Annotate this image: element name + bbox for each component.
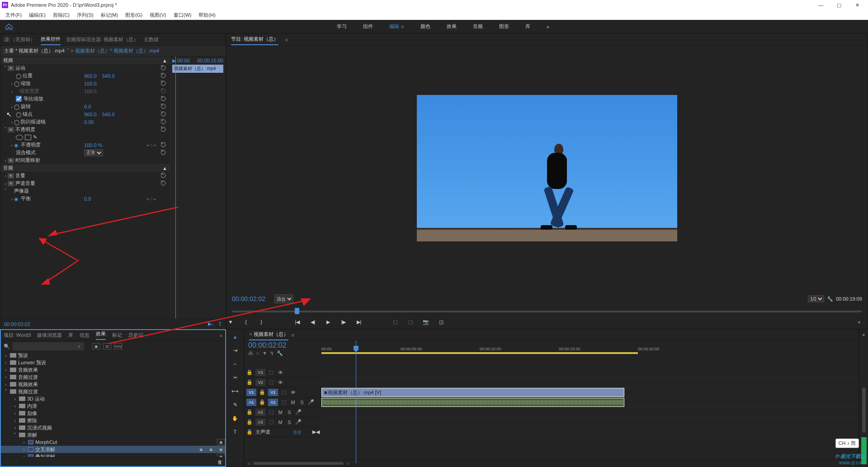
timeline-tab[interactable]: ×视频素材（总） bbox=[249, 329, 288, 340]
pen-tool[interactable]: ✎ bbox=[231, 400, 240, 409]
keyframe-nav[interactable]: ◂ ◇ ▸ bbox=[146, 143, 156, 147]
tab-audio-mixer[interactable]: 音频剪辑混合器: 视频素材（总） bbox=[66, 34, 138, 45]
timeline-timecode[interactable]: 00:00:02:02 bbox=[248, 341, 318, 349]
tab-media-browser[interactable]: 媒体浏览器 bbox=[37, 332, 62, 339]
fx-icon[interactable]: fx bbox=[8, 158, 14, 163]
tree-row[interactable]: ›Lumetri 预设 bbox=[1, 359, 225, 366]
tree-row[interactable]: ›预设 bbox=[1, 352, 225, 359]
stopwatch-icon[interactable]: ◯ bbox=[16, 73, 21, 79]
reset-icon[interactable] bbox=[160, 104, 167, 110]
mask-rect-icon[interactable] bbox=[25, 135, 31, 140]
program-monitor-view[interactable] bbox=[226, 46, 868, 291]
ec-sequence-clip[interactable]: 视频素材（总）* 视频素材（总）.mp4 bbox=[75, 47, 159, 54]
reset-icon[interactable] bbox=[160, 142, 167, 148]
ws-audio[interactable]: 音频 bbox=[465, 20, 491, 33]
fx-icon[interactable]: fx bbox=[8, 66, 14, 71]
tree-row[interactable]: ›擦除 bbox=[1, 417, 225, 424]
master-val[interactable]: 0.0 bbox=[294, 429, 301, 435]
fx-icon[interactable]: fx bbox=[8, 173, 14, 179]
effects-tree[interactable]: ›预设›Lumetri 预设›音频效果›音频过渡›视频效果˅视频过渡›3D 运动… bbox=[1, 352, 225, 457]
ec-uniform-checkbox[interactable] bbox=[16, 96, 22, 102]
panel-overflow[interactable]: » bbox=[220, 333, 222, 338]
type-tool[interactable]: T bbox=[231, 427, 240, 436]
menu-file[interactable]: 文件(F) bbox=[2, 11, 25, 19]
ws-effects[interactable]: 效果 bbox=[439, 20, 465, 33]
tree-row[interactable]: ›音频效果 bbox=[1, 366, 225, 373]
stopwatch-icon[interactable]: ◯ bbox=[16, 112, 21, 117]
menu-sequence[interactable]: 序列(S) bbox=[73, 11, 97, 19]
mute-icon[interactable]: M bbox=[277, 419, 283, 425]
tab-source[interactable]: 源:（无剪辑） bbox=[4, 34, 35, 45]
ec-rotation-val[interactable]: 0.0 bbox=[84, 104, 91, 109]
ec-anchor-x[interactable]: 960.0 bbox=[84, 112, 97, 117]
lock-icon[interactable]: 🔒 bbox=[246, 419, 253, 425]
trash-icon[interactable]: 🗑 bbox=[217, 459, 222, 465]
menu-edit[interactable]: 编辑(E) bbox=[25, 11, 49, 19]
menu-help[interactable]: 帮助(H) bbox=[195, 11, 219, 19]
stopwatch-icon[interactable]: ◯ bbox=[14, 81, 19, 86]
export-frame-icon[interactable]: 📷 bbox=[422, 318, 430, 326]
mute-icon[interactable]: M bbox=[290, 399, 296, 406]
tree-row[interactable]: ›3D 运动 bbox=[1, 395, 225, 402]
lift-icon[interactable]: ⬚ bbox=[391, 318, 399, 326]
keyframe-nav[interactable]: ◂ ◇ ▸ bbox=[146, 197, 156, 201]
program-fit-select[interactable]: 适合 bbox=[274, 294, 293, 303]
lock-icon[interactable]: 🔒 bbox=[246, 379, 253, 386]
reset-icon[interactable] bbox=[160, 180, 167, 187]
ws-editing[interactable]: 编辑 ≡ bbox=[381, 20, 412, 33]
wrench-icon[interactable]: 🔧 bbox=[277, 350, 283, 356]
track-v1-label[interactable]: V1 bbox=[268, 389, 278, 396]
menu-graphics[interactable]: 图形(G) bbox=[122, 11, 146, 19]
clip-v1[interactable]: ▣ 视频素材（总）.mp4 [V] bbox=[321, 388, 624, 397]
ec-balance-val[interactable]: 0.0 bbox=[84, 196, 91, 202]
step-fwd-icon[interactable]: |▶ bbox=[340, 318, 348, 326]
reset-icon[interactable] bbox=[160, 119, 167, 125]
extract-icon[interactable]: ⬚ bbox=[406, 318, 415, 326]
stopwatch-icon[interactable]: ◯ bbox=[14, 119, 19, 125]
badge-accelerated[interactable]: ▣ bbox=[92, 343, 100, 349]
lock-icon[interactable]: 🔒 bbox=[259, 389, 265, 396]
tree-row[interactable]: ˅溶解 bbox=[1, 431, 225, 439]
zoom-out-icon[interactable]: ○ bbox=[247, 461, 250, 466]
ec-panner[interactable]: 声像器 bbox=[14, 188, 29, 194]
program-timecode-right[interactable]: 00:00:19:09 bbox=[836, 296, 862, 302]
ec-anti-flicker-val[interactable]: 0.00 bbox=[84, 119, 94, 125]
tree-row[interactable]: ›内滑 bbox=[1, 402, 225, 410]
tab-libraries[interactable]: 库 bbox=[68, 332, 73, 339]
ec-zoom-icon[interactable]: ↥ bbox=[218, 321, 222, 327]
stopwatch-icon[interactable]: ◉ bbox=[14, 142, 19, 148]
tree-row[interactable]: ›沉浸式视频 bbox=[1, 424, 225, 431]
timeline-zoom-slider[interactable] bbox=[253, 462, 344, 465]
mic-icon[interactable]: 🎤 bbox=[308, 399, 314, 406]
mark-in-icon[interactable]: { bbox=[242, 318, 250, 326]
add-marker-icon[interactable]: ▼ bbox=[226, 318, 235, 326]
program-timecode-left[interactable]: 00:00:02:02 bbox=[232, 295, 265, 302]
panel-menu-icon[interactable]: ≡ bbox=[291, 332, 294, 338]
reset-icon[interactable] bbox=[160, 127, 167, 133]
tree-row[interactable]: ›音频过渡 bbox=[1, 373, 225, 381]
toggle-output-icon[interactable]: ⬚ bbox=[268, 419, 274, 425]
ec-anchor-y[interactable]: 540.0 bbox=[102, 112, 115, 117]
marker-icon[interactable]: ▼ bbox=[262, 350, 267, 356]
lock-icon[interactable]: 🔒 bbox=[246, 429, 253, 435]
ws-assembly[interactable]: 组件 bbox=[355, 20, 381, 33]
solo-icon[interactable]: S bbox=[299, 399, 305, 406]
tab-info[interactable]: 信息 bbox=[80, 332, 90, 339]
ec-position-x[interactable]: 960.0 bbox=[84, 73, 97, 79]
track-v2-label[interactable]: V2 bbox=[255, 379, 265, 386]
track-a1-label[interactable]: A1 bbox=[268, 399, 278, 406]
ec-opacity-val[interactable]: 100.0 % bbox=[84, 142, 102, 148]
stopwatch-icon[interactable]: ◉ bbox=[14, 196, 19, 202]
settings-icon[interactable]: ↯ bbox=[270, 350, 274, 356]
lock-icon[interactable]: 🔒 bbox=[246, 409, 253, 415]
stopwatch-icon[interactable]: ◯ bbox=[14, 104, 19, 109]
ws-overflow[interactable]: » bbox=[538, 20, 557, 33]
minimize-button[interactable]: — bbox=[812, 0, 830, 10]
reset-icon[interactable] bbox=[160, 150, 167, 156]
ec-time-remap[interactable]: 时间重映射 bbox=[15, 157, 40, 164]
link-icon[interactable]: ∩ bbox=[256, 350, 259, 356]
playhead[interactable] bbox=[175, 57, 176, 319]
timeline-ruler[interactable]: 00:00 00:00:05:00 00:00:10:00 00:00:15:0… bbox=[321, 340, 859, 359]
selection-tool[interactable]: ▲ bbox=[231, 332, 240, 341]
home-button[interactable] bbox=[0, 20, 18, 33]
